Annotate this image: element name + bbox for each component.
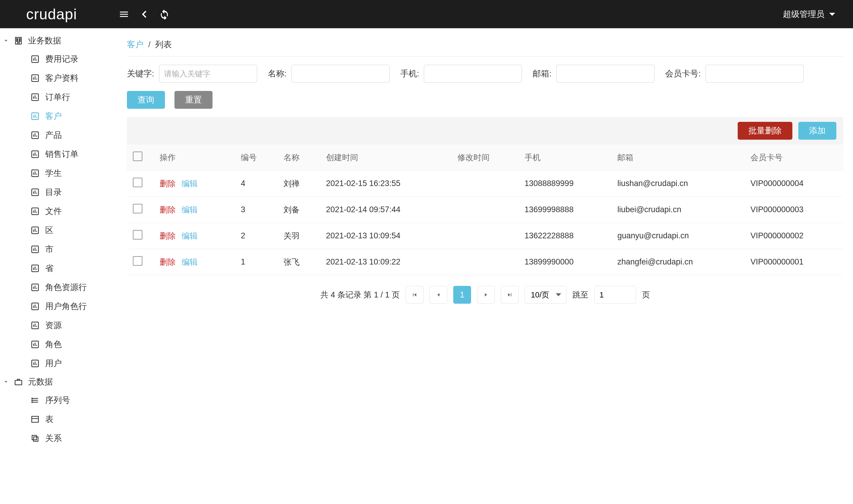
sidebar-item[interactable]: 表 — [0, 410, 117, 429]
table-row: 删除 编辑 1 张飞 2021-02-13 10:09:22 138999900… — [127, 249, 843, 275]
search-input[interactable] — [292, 65, 389, 83]
sidebar-item-label: 用户角色行 — [45, 301, 87, 312]
sidebar-item[interactable]: 省 — [0, 259, 117, 278]
sidebar-item-label: 订单行 — [45, 92, 70, 103]
sidebar-item-label: 区 — [45, 225, 54, 236]
jump-input[interactable] — [595, 286, 636, 304]
jump-suffix: 页 — [642, 289, 650, 300]
sidebar-item[interactable]: 文件 — [0, 202, 117, 221]
sidebar-item[interactable]: 资源 — [0, 316, 117, 335]
search-field-label: 邮箱: — [532, 68, 551, 79]
table-header: 编号 — [235, 144, 277, 170]
sidebar-group-label: 业务数据 — [28, 35, 61, 46]
sidebar-group[interactable]: 业务数据 — [0, 32, 117, 50]
edit-link[interactable]: 编辑 — [182, 205, 198, 214]
table-header: 修改时间 — [452, 144, 518, 170]
menu-toggle-icon[interactable] — [117, 8, 130, 21]
sidebar-item-label: 产品 — [45, 130, 62, 141]
sidebar-item[interactable]: 关系 — [0, 429, 117, 448]
breadcrumb-link[interactable]: 客户 — [127, 40, 144, 49]
edit-link[interactable]: 编辑 — [182, 258, 198, 267]
chart-icon — [29, 283, 42, 292]
delete-link[interactable]: 删除 — [160, 258, 176, 267]
chart-icon — [29, 55, 42, 64]
sidebar-item[interactable]: 区 — [0, 221, 117, 240]
cell-email: liubei@crudapi.cn — [611, 197, 745, 223]
row-checkbox[interactable] — [133, 256, 142, 266]
sidebar-item[interactable]: 订单行 — [0, 88, 117, 107]
search-field-label: 会员卡号: — [665, 68, 701, 79]
sidebar-item-label: 目录 — [45, 187, 62, 198]
sidebar-group-label: 元数据 — [28, 376, 53, 388]
first-page-button[interactable] — [406, 286, 423, 304]
breadcrumb-separator: / — [148, 40, 151, 49]
sidebar-item[interactable]: 用户 — [0, 354, 117, 373]
jump-label: 跳至 — [573, 289, 588, 300]
delete-link[interactable]: 删除 — [160, 205, 176, 214]
row-checkbox[interactable] — [133, 230, 142, 239]
prev-page-button[interactable] — [430, 286, 447, 304]
list-icon — [29, 396, 42, 405]
edit-link[interactable]: 编辑 — [182, 232, 198, 240]
search-input[interactable] — [706, 65, 804, 83]
sidebar-item-label: 学生 — [45, 168, 62, 179]
search-button[interactable]: 查询 — [127, 91, 165, 109]
sidebar-item[interactable]: 角色 — [0, 335, 117, 354]
select-all-checkbox[interactable] — [133, 151, 142, 161]
edit-link[interactable]: 编辑 — [182, 179, 198, 188]
row-checkbox[interactable] — [133, 178, 142, 187]
next-page-button[interactable] — [477, 286, 495, 304]
user-menu[interactable]: 超级管理员 — [783, 8, 841, 20]
sidebar-item[interactable]: 销售订单 — [0, 145, 117, 164]
search-input[interactable] — [424, 65, 522, 83]
chart-icon — [29, 93, 42, 102]
sidebar-item[interactable]: 目录 — [0, 183, 117, 202]
sidebar-item[interactable]: 客户资料 — [0, 69, 117, 88]
svg-rect-5 — [18, 42, 19, 44]
sidebar-item[interactable]: 用户角色行 — [0, 297, 117, 316]
sidebar-item[interactable]: 角色资源行 — [0, 278, 117, 297]
search-form: 关键字: 名称: 手机: 邮箱: 会员卡号: 查询 重置 — [127, 65, 843, 117]
sidebar-item[interactable]: 序列号 — [0, 391, 117, 410]
sidebar-item[interactable]: 费用记录 — [0, 50, 117, 69]
search-field: 名称: — [268, 65, 389, 83]
search-input[interactable] — [556, 65, 654, 83]
sidebar-group[interactable]: 元数据 — [0, 373, 117, 391]
delete-link[interactable]: 删除 — [160, 232, 176, 240]
search-field: 关键字: — [127, 65, 257, 83]
cell-modified — [452, 197, 518, 223]
svg-point-78 — [32, 398, 33, 399]
chevron-down-icon — [829, 13, 835, 16]
reset-button[interactable]: 重置 — [175, 91, 213, 109]
sidebar-item[interactable]: 学生 — [0, 164, 117, 183]
search-input[interactable] — [159, 65, 257, 83]
sidebar-item-label: 表 — [45, 414, 54, 425]
page-number-button[interactable]: 1 — [453, 286, 471, 304]
search-field-label: 手机: — [400, 68, 419, 79]
refresh-icon[interactable] — [158, 8, 171, 21]
page-size-select[interactable]: 10/页 — [525, 286, 566, 304]
sidebar-item-label: 用户 — [45, 358, 62, 369]
svg-rect-3 — [17, 40, 18, 41]
delete-link[interactable]: 删除 — [160, 179, 176, 188]
cell-name: 刘备 — [277, 197, 320, 223]
sidebar-item[interactable]: 客户 — [0, 107, 117, 126]
bulk-delete-button[interactable]: 批量删除 — [738, 122, 792, 140]
sidebar: 业务数据 费用记录 客户资料 订单行 客户 产品 销售订单 学生 目录 文件 区… — [0, 28, 117, 504]
row-checkbox[interactable] — [133, 204, 142, 213]
sidebar-item[interactable]: 产品 — [0, 126, 117, 145]
chart-icon — [29, 131, 42, 140]
sidebar-item-label: 角色资源行 — [45, 282, 87, 293]
cell-card: VIP000000004 — [745, 170, 843, 197]
sidebar-item-label: 角色 — [45, 339, 62, 350]
table-icon — [29, 415, 42, 424]
add-button[interactable]: 添加 — [798, 122, 836, 140]
user-name: 超级管理员 — [783, 8, 824, 20]
sidebar-item[interactable]: 市 — [0, 240, 117, 259]
sidebar-item-label: 销售订单 — [45, 149, 78, 160]
logo: crudapi — [0, 6, 117, 23]
back-icon[interactable] — [138, 8, 151, 21]
last-page-button[interactable] — [501, 286, 519, 304]
search-field: 邮箱: — [532, 65, 654, 83]
cell-modified — [452, 223, 518, 249]
